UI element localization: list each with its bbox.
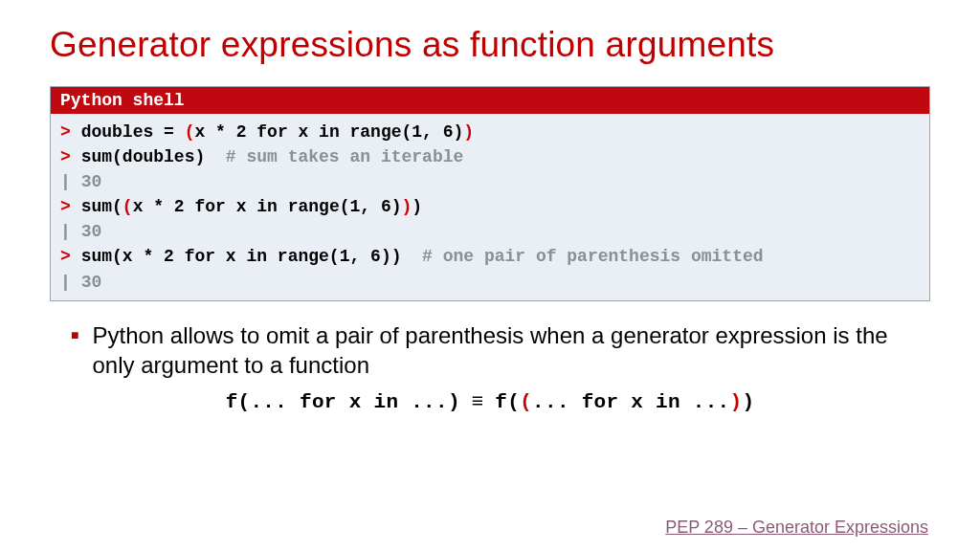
code-text: sum(: [81, 197, 122, 216]
code-text: sum(x * 2 for x in range(1, 6)): [81, 247, 402, 266]
slide: Generator expressions as function argume…: [0, 0, 980, 551]
output: 30: [81, 222, 102, 241]
paren: ): [730, 391, 743, 413]
prompt: >: [60, 122, 71, 142]
shell-header: Python shell: [51, 87, 929, 114]
prompt: >: [60, 147, 71, 166]
footer-link[interactable]: PEP 289 – Generator Expressions: [665, 518, 928, 538]
output: 30: [81, 172, 102, 191]
pipe: |: [60, 172, 71, 191]
comment: # sum takes an iterable: [205, 147, 463, 166]
python-shell-block: Python shell > doubles = (x * 2 for x in…: [50, 86, 930, 301]
prompt: >: [60, 197, 71, 216]
code-text: doubles =: [81, 122, 185, 142]
bullet-item: ■ Python allows to omit a pair of parent…: [71, 320, 930, 380]
prompt: >: [60, 247, 71, 266]
pipe: |: [60, 222, 71, 241]
paren: (: [122, 197, 133, 216]
slide-title: Generator expressions as function argume…: [50, 25, 930, 65]
code-text: x * 2 for x in range(1, 6): [133, 197, 402, 216]
paren: ): [402, 197, 412, 216]
equiv-r5: ): [742, 391, 754, 413]
equiv-r1: f(: [495, 391, 520, 413]
bullet-list: ■ Python allows to omit a pair of parent…: [71, 320, 930, 380]
output: 30: [81, 273, 102, 292]
paren: (: [185, 122, 195, 142]
code-text: ): [412, 197, 422, 216]
equiv-symbol: ≡: [460, 389, 496, 412]
bullet-text: Python allows to omit a pair of parenthe…: [92, 320, 930, 380]
bullet-icon: ■: [71, 320, 78, 380]
paren: (: [520, 391, 532, 413]
pipe: |: [60, 273, 71, 292]
code-text: sum(doubles): [81, 147, 206, 166]
shell-body: > doubles = (x * 2 for x in range(1, 6))…: [51, 114, 929, 300]
code-text: x * 2 for x in range(1, 6): [194, 122, 463, 142]
equiv-left: f(... for x in ...): [226, 391, 460, 413]
equiv-r3: ... for x in ...: [532, 391, 729, 413]
equivalence-line: f(... for x in ...)≡f((... for x in ...)…: [50, 389, 930, 413]
paren: ): [463, 122, 474, 142]
comment: # one pair of parenthesis omitted: [401, 247, 763, 266]
